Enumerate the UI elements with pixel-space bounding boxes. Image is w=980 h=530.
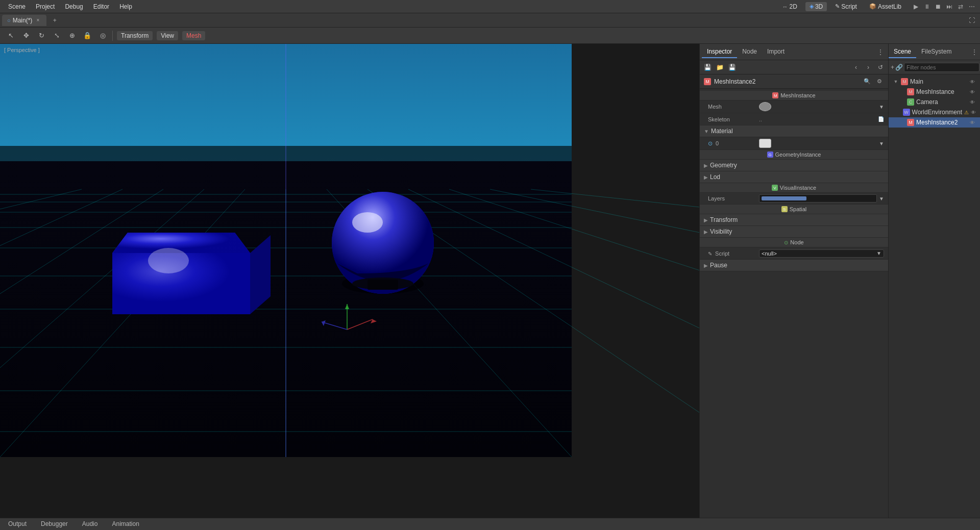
viewport-canvas bbox=[0, 44, 699, 518]
material-section-header[interactable]: ▼ Material bbox=[700, 125, 888, 137]
menu-debug[interactable]: Debug bbox=[61, 2, 87, 11]
tree-mesh-eye[interactable]: 👁 bbox=[969, 88, 976, 95]
inspector-save-btn[interactable]: 💾 bbox=[702, 62, 713, 73]
inspector-folder-btn[interactable]: 📁 bbox=[714, 62, 725, 73]
win-debug-btn[interactable]: ⏭ bbox=[945, 3, 953, 11]
script-dropdown-arrow: ▼ bbox=[876, 250, 881, 256]
tree-item-meshinstance2[interactable]: M MeshInstance2 👁 bbox=[889, 117, 980, 128]
menu-help[interactable]: Help bbox=[115, 2, 136, 11]
transform-section-header[interactable]: ▶ Transform bbox=[700, 214, 888, 226]
mode-assetlib-btn[interactable]: 📦 AssetLib bbox=[865, 2, 905, 11]
tab-animation[interactable]: Animation bbox=[108, 519, 143, 529]
use-local-btn[interactable]: ◎ bbox=[96, 29, 109, 42]
tab-import[interactable]: Import bbox=[762, 46, 790, 58]
scene-tab-more-btn[interactable]: ⋮ bbox=[969, 46, 980, 58]
tree-item-meshinstance[interactable]: M MeshInstance 👁 bbox=[889, 87, 980, 97]
tree-mesh2-eye[interactable]: 👁 bbox=[969, 119, 976, 126]
main-tab[interactable]: ○ Main(*) × bbox=[2, 15, 46, 26]
geometry-instance-label: GeometryInstance bbox=[775, 152, 821, 158]
tree-mesh2-label: MeshInstance2 bbox=[916, 119, 958, 126]
mode-2d-btn[interactable]: ↔ 2D bbox=[778, 2, 801, 11]
win-play-btn[interactable]: ▶ bbox=[912, 3, 920, 11]
scene-search-input[interactable] bbox=[904, 63, 979, 72]
tree-world-eye[interactable]: 👁 bbox=[971, 109, 976, 116]
fullscreen-btn[interactable]: ⛶ bbox=[966, 14, 978, 27]
inspector-back-btn[interactable]: ‹ bbox=[850, 62, 862, 73]
material-0-dropdown[interactable]: ▼ bbox=[879, 141, 884, 146]
tab-node[interactable]: Node bbox=[737, 46, 762, 58]
inspector-more-btn[interactable]: ⋮ bbox=[875, 46, 886, 58]
script-dropdown[interactable]: <null> ▼ bbox=[759, 249, 884, 258]
geometry-section-header[interactable]: ▶ Geometry bbox=[700, 160, 888, 171]
material-0-swatch[interactable] bbox=[759, 139, 771, 148]
inspector-toolbar: 💾 📁 💾 ‹ › ↺ bbox=[700, 60, 888, 74]
tab-close-btn[interactable]: × bbox=[34, 17, 41, 24]
lod-section-header[interactable]: ▶ Lod bbox=[700, 171, 888, 183]
tree-camera-eye[interactable]: 👁 bbox=[969, 98, 976, 106]
spatial-subsection: S Spatial bbox=[700, 205, 888, 214]
svg-point-35 bbox=[352, 212, 383, 233]
geometry-instance-subsection: G GeometryInstance bbox=[700, 150, 888, 160]
visibility-arrow: ▶ bbox=[704, 229, 708, 235]
layers-bar bbox=[762, 196, 806, 200]
tab-filesystem[interactable]: FileSystem bbox=[916, 46, 957, 58]
visual-instance-label: VisualInstance bbox=[780, 185, 816, 191]
tab-scene[interactable]: Scene bbox=[889, 46, 916, 58]
tree-item-camera[interactable]: C Camera 👁 bbox=[889, 97, 980, 107]
tree-item-worldenv[interactable]: W WorldEnvironment ⚠ 👁 bbox=[889, 107, 980, 117]
material-arrow: ▼ bbox=[704, 129, 709, 134]
spatial-icon: S bbox=[781, 206, 788, 212]
node-name-label: MeshInstance2 bbox=[714, 78, 860, 85]
rotate-tool-btn[interactable]: ↻ bbox=[35, 29, 48, 42]
tab-add-btn[interactable]: + bbox=[48, 14, 61, 27]
transform-label[interactable]: Transform bbox=[117, 31, 153, 40]
mode-assetlib-icon: 📦 bbox=[869, 3, 876, 10]
win-more-btn[interactable]: ⋯ bbox=[968, 3, 976, 11]
node-search-btn[interactable]: 🔍 bbox=[863, 77, 872, 86]
viewport[interactable]: [ Perspective ] bbox=[0, 44, 699, 518]
tree-item-main[interactable]: ▼ M Main 👁 bbox=[889, 77, 980, 87]
mesh-color-swatch[interactable] bbox=[759, 102, 771, 111]
win-stop-btn[interactable]: ⏹ bbox=[934, 3, 942, 11]
scale-tool-btn[interactable]: ⤡ bbox=[50, 29, 63, 42]
tree-main-eye[interactable]: 👁 bbox=[969, 78, 976, 85]
spatial-label: Spatial bbox=[790, 206, 807, 212]
inspector-history-btn[interactable]: ↺ bbox=[875, 62, 886, 73]
inspector-forward-btn[interactable]: › bbox=[863, 62, 874, 73]
move-tool-btn[interactable]: ✥ bbox=[19, 29, 33, 42]
mesh-dropdown-btn[interactable]: ▼ bbox=[879, 104, 884, 110]
layers-input[interactable] bbox=[759, 194, 877, 203]
view-label[interactable]: View bbox=[157, 31, 178, 40]
tab-name-label: Main(*) bbox=[13, 17, 33, 24]
mesh-label[interactable]: Mesh bbox=[182, 31, 205, 40]
tab-audio[interactable]: Audio bbox=[78, 519, 102, 529]
scene-add-btn[interactable]: + bbox=[891, 62, 894, 73]
select-tool-btn[interactable]: ↖ bbox=[4, 29, 17, 42]
geometry-arrow: ▶ bbox=[704, 163, 708, 168]
menu-scene[interactable]: Scene bbox=[4, 2, 30, 11]
win-sync-btn[interactable]: ⇄ bbox=[957, 3, 965, 11]
menu-project[interactable]: Project bbox=[32, 2, 59, 11]
pause-section-header[interactable]: ▶ Pause bbox=[700, 260, 888, 271]
mode-3d-icon: ◈ bbox=[810, 3, 814, 10]
layers-dropdown[interactable]: ▼ bbox=[879, 196, 884, 201]
inspector-refresh-btn[interactable]: 💾 bbox=[726, 62, 738, 73]
node-settings-btn[interactable]: ⚙ bbox=[875, 77, 884, 86]
skeleton-action-btn[interactable]: 📄 bbox=[878, 116, 884, 122]
local-tool-btn[interactable]: ⊕ bbox=[65, 29, 79, 42]
script-icon: ✎ bbox=[708, 251, 712, 257]
mode-3d-btn[interactable]: ◈ 3D bbox=[805, 2, 827, 11]
mode-script-btn[interactable]: ✎ Script bbox=[831, 2, 861, 11]
win-pause-btn[interactable]: ⏸ bbox=[923, 3, 931, 11]
tab-debugger[interactable]: Debugger bbox=[37, 519, 72, 529]
tree-mesh-arrow bbox=[899, 89, 905, 95]
pause-label: Pause bbox=[710, 262, 727, 269]
menu-editor[interactable]: Editor bbox=[89, 2, 113, 11]
snap-tool-btn[interactable]: 🔒 bbox=[81, 29, 94, 42]
tab-inspector[interactable]: Inspector bbox=[702, 46, 737, 58]
mode-3d-label: 3D bbox=[815, 3, 823, 10]
scene-link-btn[interactable]: 🔗 bbox=[895, 62, 903, 73]
inspector-content: M MeshInstance Mesh ▼ Skeleton bbox=[700, 89, 888, 518]
visibility-section-header[interactable]: ▶ Visibility bbox=[700, 226, 888, 238]
tab-output[interactable]: Output bbox=[4, 519, 31, 529]
